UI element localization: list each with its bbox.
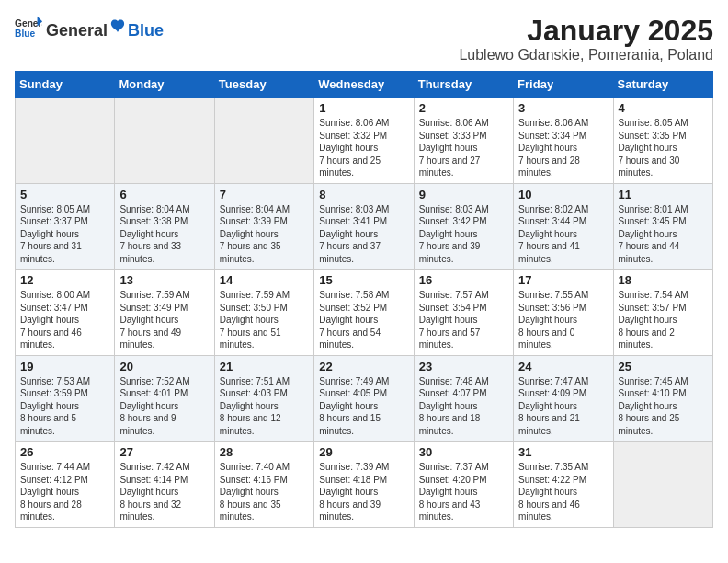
day-number: 1: [319, 101, 408, 115]
day-number: 7: [220, 188, 309, 201]
day-content: Sunrise: 8:03 AMSunset: 3:41 PMDaylight …: [319, 203, 408, 266]
day-content: Sunrise: 8:06 AMSunset: 3:33 PMDaylight …: [419, 117, 508, 179]
weekday-header-wednesday: Wednesday: [314, 72, 414, 98]
day-number: 13: [119, 273, 209, 287]
day-number: 6: [119, 188, 209, 201]
day-content: Sunrise: 7:39 AMSunset: 4:18 PMDaylight …: [319, 461, 408, 523]
day-number: 11: [619, 188, 708, 201]
day-number: 26: [20, 445, 109, 459]
page-header: General Blue General Blue January 2025 L…: [15, 15, 713, 63]
table-row: 16Sunrise: 7:57 AMSunset: 3:54 PMDayligh…: [414, 270, 513, 356]
logo: General Blue General Blue: [15, 15, 164, 40]
weekday-header-friday: Friday: [514, 72, 613, 98]
day-content: Sunrise: 7:57 AMSunset: 3:54 PMDaylight …: [419, 289, 508, 351]
table-row: 31Sunrise: 7:35 AMSunset: 4:22 PMDayligh…: [514, 442, 613, 528]
day-content: Sunrise: 8:02 AMSunset: 3:44 PMDaylight …: [518, 203, 608, 266]
day-number: 19: [20, 360, 109, 373]
day-content: Sunrise: 7:52 AMSunset: 4:01 PMDaylight …: [119, 375, 209, 438]
table-row: 30Sunrise: 7:37 AMSunset: 4:20 PMDayligh…: [414, 442, 513, 528]
table-row: 7Sunrise: 8:04 AMSunset: 3:39 PMDaylight…: [214, 183, 313, 270]
day-content: Sunrise: 7:45 AMSunset: 4:10 PMDaylight …: [619, 375, 708, 438]
table-row: 13Sunrise: 7:59 AMSunset: 3:49 PMDayligh…: [115, 270, 214, 356]
table-row: 1Sunrise: 8:06 AMSunset: 3:32 PMDaylight…: [314, 98, 414, 184]
day-number: 22: [319, 360, 408, 373]
day-number: 3: [518, 101, 608, 115]
table-row: 26Sunrise: 7:44 AMSunset: 4:12 PMDayligh…: [16, 442, 115, 528]
day-content: Sunrise: 8:05 AMSunset: 3:35 PMDaylight …: [619, 117, 708, 179]
day-content: Sunrise: 7:59 AMSunset: 3:49 PMDaylight …: [119, 289, 209, 351]
day-content: Sunrise: 7:44 AMSunset: 4:12 PMDaylight …: [20, 461, 109, 523]
table-row: 3Sunrise: 8:06 AMSunset: 3:34 PMDaylight…: [514, 98, 613, 184]
day-content: Sunrise: 7:55 AMSunset: 3:56 PMDaylight …: [518, 289, 608, 351]
day-content: Sunrise: 7:58 AMSunset: 3:52 PMDaylight …: [319, 289, 408, 351]
table-row: 28Sunrise: 7:40 AMSunset: 4:16 PMDayligh…: [214, 442, 313, 528]
day-number: 5: [20, 188, 109, 201]
day-content: Sunrise: 8:03 AMSunset: 3:42 PMDaylight …: [419, 203, 508, 266]
table-row: 5Sunrise: 8:05 AMSunset: 3:37 PMDaylight…: [16, 183, 115, 270]
calendar-table: SundayMondayTuesdayWednesdayThursdayFrid…: [15, 71, 713, 528]
day-number: 29: [319, 445, 408, 459]
weekday-header-tuesday: Tuesday: [214, 72, 313, 98]
table-row: 25Sunrise: 7:45 AMSunset: 4:10 PMDayligh…: [613, 355, 712, 442]
calendar-week-row: 26Sunrise: 7:44 AMSunset: 4:12 PMDayligh…: [16, 442, 713, 528]
table-row: 21Sunrise: 7:51 AMSunset: 4:03 PMDayligh…: [214, 355, 313, 442]
day-content: Sunrise: 7:42 AMSunset: 4:14 PMDaylight …: [119, 461, 209, 523]
day-number: 18: [619, 273, 708, 287]
table-row: 29Sunrise: 7:39 AMSunset: 4:18 PMDayligh…: [314, 442, 414, 528]
weekday-header-row: SundayMondayTuesdayWednesdayThursdayFrid…: [16, 72, 713, 98]
day-number: 21: [220, 360, 309, 373]
table-row: 12Sunrise: 8:00 AMSunset: 3:47 PMDayligh…: [16, 270, 115, 356]
table-row: 9Sunrise: 8:03 AMSunset: 3:42 PMDaylight…: [414, 183, 513, 270]
logo-icon: General Blue: [15, 15, 42, 40]
day-number: 17: [518, 273, 608, 287]
day-number: 27: [119, 445, 209, 459]
table-row: [214, 98, 313, 184]
weekday-header-thursday: Thursday: [414, 72, 513, 98]
table-row: 17Sunrise: 7:55 AMSunset: 3:56 PMDayligh…: [514, 270, 613, 356]
table-row: 4Sunrise: 8:05 AMSunset: 3:35 PMDaylight…: [613, 98, 712, 184]
day-number: 9: [419, 188, 508, 201]
calendar-week-row: 1Sunrise: 8:06 AMSunset: 3:32 PMDaylight…: [16, 98, 713, 184]
table-row: 18Sunrise: 7:54 AMSunset: 3:57 PMDayligh…: [613, 270, 712, 356]
day-number: 10: [518, 188, 608, 201]
svg-text:Blue: Blue: [15, 29, 35, 39]
calendar-week-row: 12Sunrise: 8:00 AMSunset: 3:47 PMDayligh…: [16, 270, 713, 356]
table-row: 24Sunrise: 7:47 AMSunset: 4:09 PMDayligh…: [514, 355, 613, 442]
day-number: 16: [419, 273, 508, 287]
day-content: Sunrise: 7:54 AMSunset: 3:57 PMDaylight …: [619, 289, 708, 351]
table-row: 19Sunrise: 7:53 AMSunset: 3:59 PMDayligh…: [16, 355, 115, 442]
day-content: Sunrise: 8:05 AMSunset: 3:37 PMDaylight …: [20, 203, 109, 266]
day-content: Sunrise: 7:48 AMSunset: 4:07 PMDaylight …: [419, 375, 508, 438]
day-number: 24: [518, 360, 608, 373]
logo-text-general: General: [46, 22, 108, 39]
table-row: 23Sunrise: 7:48 AMSunset: 4:07 PMDayligh…: [414, 355, 513, 442]
table-row: 8Sunrise: 8:03 AMSunset: 3:41 PMDaylight…: [314, 183, 414, 270]
day-content: Sunrise: 8:06 AMSunset: 3:34 PMDaylight …: [518, 117, 608, 179]
table-row: 27Sunrise: 7:42 AMSunset: 4:14 PMDayligh…: [115, 442, 214, 528]
table-row: 10Sunrise: 8:02 AMSunset: 3:44 PMDayligh…: [514, 183, 613, 270]
day-content: Sunrise: 7:59 AMSunset: 3:50 PMDaylight …: [220, 289, 309, 351]
day-content: Sunrise: 7:35 AMSunset: 4:22 PMDaylight …: [518, 461, 608, 523]
table-row: 2Sunrise: 8:06 AMSunset: 3:33 PMDaylight…: [414, 98, 513, 184]
day-number: 15: [319, 273, 408, 287]
day-number: 14: [220, 273, 309, 287]
title-section: January 2025 Lublewo Gdanskie, Pomerania…: [459, 15, 713, 63]
day-content: Sunrise: 8:06 AMSunset: 3:32 PMDaylight …: [319, 117, 408, 179]
weekday-header-sunday: Sunday: [16, 72, 115, 98]
logo-text-blue: Blue: [128, 22, 164, 39]
day-number: 25: [619, 360, 708, 373]
day-content: Sunrise: 8:01 AMSunset: 3:45 PMDaylight …: [619, 203, 708, 266]
day-number: 8: [319, 188, 408, 201]
day-content: Sunrise: 8:04 AMSunset: 3:38 PMDaylight …: [119, 203, 209, 266]
day-content: Sunrise: 7:51 AMSunset: 4:03 PMDaylight …: [220, 375, 309, 438]
weekday-header-monday: Monday: [115, 72, 214, 98]
table-row: 6Sunrise: 8:04 AMSunset: 3:38 PMDaylight…: [115, 183, 214, 270]
table-row: 14Sunrise: 7:59 AMSunset: 3:50 PMDayligh…: [214, 270, 313, 356]
table-row: [613, 442, 712, 528]
day-content: Sunrise: 7:37 AMSunset: 4:20 PMDaylight …: [419, 461, 508, 523]
day-number: 23: [419, 360, 508, 373]
day-content: Sunrise: 7:49 AMSunset: 4:05 PMDaylight …: [319, 375, 408, 438]
table-row: [115, 98, 214, 184]
table-row: [16, 98, 115, 184]
table-row: 11Sunrise: 8:01 AMSunset: 3:45 PMDayligh…: [613, 183, 712, 270]
